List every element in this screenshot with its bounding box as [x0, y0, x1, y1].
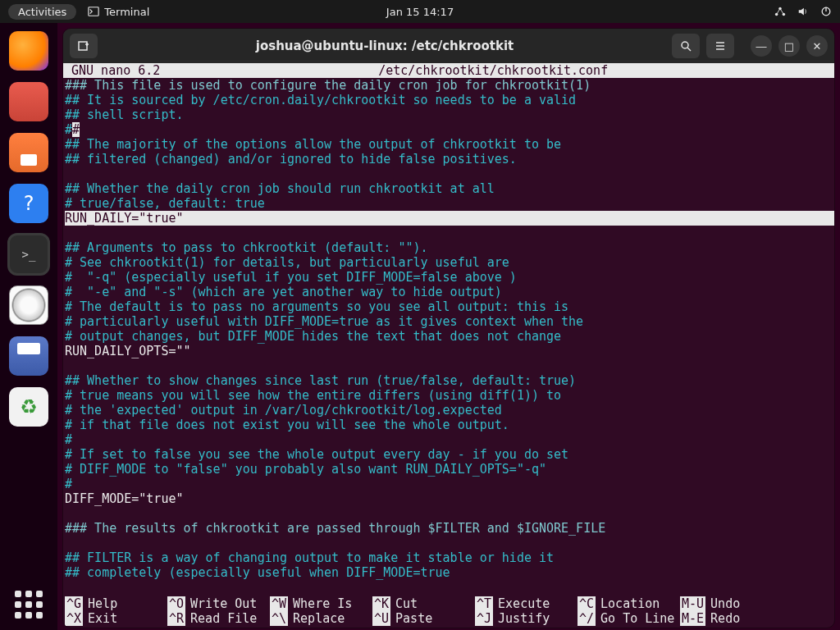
dock-screenshot[interactable]	[9, 336, 48, 376]
clock[interactable]: Jan 15 14:17	[386, 6, 454, 18]
svg-rect-0	[89, 7, 98, 16]
label: Justify	[498, 611, 550, 626]
key-paste: ^U	[372, 611, 390, 626]
line: # true means you will see how the entire…	[65, 388, 561, 403]
app-menu-label: Terminal	[104, 6, 149, 18]
label: Where Is	[293, 596, 352, 611]
line: # true/false, default: true	[65, 196, 265, 211]
svg-rect-6	[79, 42, 87, 50]
terminal-window: joshua@ubuntu-linux: /etc/chkrootkit ― □…	[62, 28, 835, 628]
dock-trash[interactable]: ♻	[9, 387, 48, 427]
label: Help	[88, 596, 117, 611]
label: Replace	[293, 611, 345, 626]
search-icon	[679, 39, 692, 52]
key-exit: ^X	[65, 611, 83, 626]
line: # the 'expected' output in /var/log/chkr…	[65, 403, 502, 418]
label: Location	[600, 596, 660, 611]
cursor: #	[72, 122, 80, 137]
key-gotoline: ^/	[578, 611, 596, 626]
new-tab-icon	[77, 39, 90, 52]
line: # if that file does not exist you will s…	[65, 418, 509, 432]
line: ## FILTER is a way of changing output to…	[65, 550, 554, 565]
label: Read File	[190, 611, 257, 626]
line: ## completely (especially useful when DI…	[65, 565, 450, 580]
gnome-topbar: Activities Terminal Jan 15 14:17	[0, 0, 840, 23]
search-button[interactable]	[672, 34, 700, 58]
label: Cut	[395, 596, 418, 611]
power-icon[interactable]	[820, 6, 832, 17]
close-button[interactable]: ✕	[806, 35, 828, 57]
dock-software[interactable]	[9, 133, 48, 172]
key-cut: ^K	[372, 596, 390, 611]
new-tab-button[interactable]	[70, 34, 98, 58]
label: Exit	[88, 611, 117, 626]
key-undo: M-U	[680, 596, 705, 611]
dock-help[interactable]: ?	[9, 184, 48, 223]
line: #	[65, 122, 72, 137]
app-menu[interactable]: Terminal	[88, 6, 149, 18]
key-whereis: ^W	[270, 596, 288, 611]
hamburger-button[interactable]	[706, 34, 734, 58]
network-icon[interactable]	[774, 6, 786, 17]
dock-firefox[interactable]	[9, 31, 48, 71]
terminal-icon	[88, 6, 99, 17]
hamburger-icon	[714, 39, 727, 52]
line: ## Arguments to pass to chkrootkit (defa…	[65, 240, 428, 255]
key-help: ^G	[65, 596, 83, 611]
line: ## Whether the daily cron job should run…	[65, 181, 495, 196]
label: Paste	[395, 611, 432, 626]
line: # See chkrootkit(1) for details, but par…	[65, 255, 509, 270]
line: RUN_DAILY_OPTS=""	[65, 344, 191, 358]
key-replace: ^\	[270, 611, 288, 626]
activities-button[interactable]: Activities	[8, 4, 76, 20]
line: # output changes, but DIFF_MODE hides th…	[65, 329, 561, 344]
key-execute: ^T	[475, 596, 493, 611]
line: # The default is to pass no arguments so…	[65, 299, 568, 314]
line: #	[65, 432, 72, 447]
key-justify: ^J	[475, 611, 493, 626]
key-location: ^C	[578, 596, 596, 611]
dock-files[interactable]	[9, 82, 48, 121]
line: ### This file is used to configure the d…	[65, 78, 591, 93]
terminal-body[interactable]: GNU nano 6.2 /etc/chkrootkit/chkrootkit.…	[63, 63, 834, 628]
dock-show-apps[interactable]	[15, 591, 43, 619]
minimize-button[interactable]: ―	[751, 35, 772, 57]
label: Redo	[710, 611, 740, 626]
key-writeout: ^O	[167, 596, 185, 611]
label: Execute	[498, 596, 550, 611]
line: DIFF_MODE="true"	[65, 491, 184, 506]
line: ## The majority of the options allow the…	[65, 137, 561, 152]
window-title: joshua@ubuntu-linux: /etc/chkrootkit	[104, 39, 665, 53]
line: # If set to false you see the whole outp…	[65, 447, 568, 462]
line: # "-q" (especially useful if you set DIF…	[65, 270, 517, 285]
dock-disc[interactable]	[9, 285, 48, 325]
nano-title-bar: GNU nano 6.2 /etc/chkrootkit/chkrootkit.…	[63, 63, 834, 78]
label: Go To Line	[600, 611, 674, 626]
line: # particularly useful with DIFF_MODE=tru…	[65, 314, 583, 329]
nano-app-name: GNU nano 6.2	[71, 63, 160, 78]
dock: ? >_ ♻	[0, 23, 57, 630]
line: ## shell script.	[65, 107, 184, 122]
line: ## It is sourced by /etc/cron.daily/chkr…	[65, 93, 576, 107]
line: ### The results of chkrootkit are passed…	[65, 521, 605, 536]
key-redo: M-E	[680, 611, 705, 626]
line: # DIFF_MODE to "false" you probably also…	[65, 462, 546, 477]
nano-shortcut-bar: ^GHelp ^OWrite Out ^WWhere Is ^KCut ^TEx…	[63, 596, 834, 628]
nano-file-path: /etc/chkrootkit/chkrootkit.conf	[160, 63, 826, 78]
label: Write Out	[190, 596, 257, 611]
svg-line-10	[687, 48, 691, 51]
label: Undo	[710, 596, 740, 611]
line: # "-e" and "-s" (which are yet another w…	[65, 285, 502, 299]
key-readfile: ^R	[167, 611, 185, 626]
window-titlebar: joshua@ubuntu-linux: /etc/chkrootkit ― □…	[63, 29, 834, 63]
line: ## Whether to show changes since last ru…	[65, 373, 576, 388]
line: #	[65, 477, 72, 491]
line: ## filtered (changed) and/or ignored to …	[65, 152, 517, 167]
line-highlight: RUN_DAILY="true"	[65, 211, 834, 226]
nano-buffer[interactable]: ### This file is used to configure the d…	[63, 78, 834, 596]
dock-terminal[interactable]: >_	[9, 235, 48, 274]
volume-icon[interactable]	[797, 6, 809, 17]
svg-point-9	[682, 42, 688, 48]
maximize-button[interactable]: □	[778, 35, 800, 57]
